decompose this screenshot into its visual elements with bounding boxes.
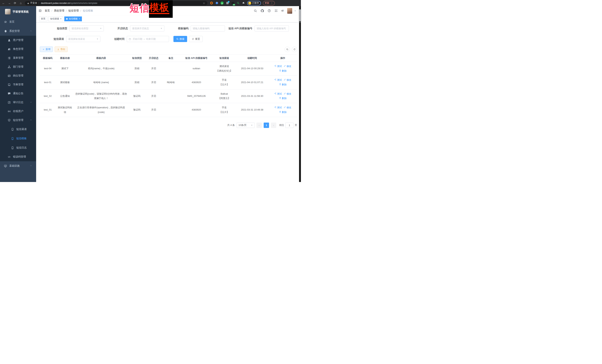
sidebar-item-13[interactable]: 短信模板 bbox=[0, 134, 36, 143]
api-id-input[interactable] bbox=[255, 25, 289, 31]
sidebar-item-9[interactable]: 审计日志 bbox=[0, 98, 36, 107]
user-avatar[interactable] bbox=[287, 8, 292, 14]
operations-cell: 测试修改删除 bbox=[268, 89, 297, 103]
share-icon bbox=[274, 78, 277, 82]
page-scrollbar[interactable] bbox=[299, 6, 301, 182]
toggle-search-button[interactable] bbox=[285, 47, 290, 52]
cell: suibian bbox=[180, 62, 213, 75]
font-size-icon[interactable]: tT bbox=[281, 9, 284, 12]
share-icon bbox=[274, 64, 277, 69]
orange-ring-extension-icon[interactable] bbox=[210, 1, 213, 5]
address-bar[interactable]: ▲ 不安全 dashboard.yudao.iocoder.cn /system… bbox=[25, 1, 207, 5]
tab-0[interactable]: 首页 bbox=[39, 16, 47, 21]
cell: 开启 bbox=[146, 75, 161, 89]
current-page-button[interactable]: 1 bbox=[264, 123, 269, 128]
code-input[interactable] bbox=[191, 25, 225, 31]
url-path: /system/sms/sms-template bbox=[70, 2, 97, 4]
sidebar-item-8[interactable]: 通知公告 bbox=[0, 89, 36, 98]
collapse-sidebar-icon[interactable] bbox=[38, 9, 42, 13]
github-icon[interactable] bbox=[260, 9, 264, 13]
cell: test-04 bbox=[40, 62, 56, 75]
filter-create-time: 创建时间 开始日期 - 结束日期 bbox=[100, 36, 169, 42]
export-button[interactable]: 导出 bbox=[55, 46, 68, 52]
sidebar-item-12[interactable]: 短信渠道 bbox=[0, 125, 36, 134]
sidebar-item-6[interactable]: 岗位管理 bbox=[0, 71, 36, 80]
delete-link[interactable]: 删除 bbox=[279, 110, 287, 114]
browser-update-button[interactable]: 更新 ⋮ bbox=[263, 1, 275, 5]
browser-profile-chip[interactable]: ☺ 已暂停 bbox=[247, 1, 261, 5]
reset-button[interactable]: 重置 bbox=[189, 36, 203, 42]
test-link[interactable]: 测试 bbox=[274, 64, 282, 69]
sidebar-item-4[interactable]: 菜单管理 bbox=[0, 53, 36, 62]
search-button[interactable]: 搜索 bbox=[173, 36, 187, 42]
goto-label: 前往 bbox=[279, 124, 284, 127]
search-icon[interactable] bbox=[254, 9, 257, 12]
goto-page-input[interactable] bbox=[285, 123, 293, 128]
edit-link[interactable]: 修改 bbox=[284, 78, 291, 82]
sidebar-item-16[interactable]: 基础设施 bbox=[0, 161, 36, 170]
home-icon[interactable]: ⌂ bbox=[19, 1, 22, 5]
tab-2[interactable]: 短信模板× bbox=[64, 16, 82, 21]
sidebar-item-label: 基础设施 bbox=[9, 164, 20, 167]
list-extension-icon[interactable]: on bbox=[231, 1, 234, 5]
page-size-select[interactable]: 10条/页 ▼ bbox=[236, 123, 255, 128]
add-button[interactable]: ＋ 新增 bbox=[40, 46, 53, 52]
sidebar-item-2[interactable]: 用户管理 bbox=[0, 36, 36, 45]
edit-link[interactable]: 修改 bbox=[284, 64, 291, 69]
sidebar-item-5[interactable]: 部门管理 bbox=[0, 62, 36, 71]
edit-link[interactable]: 修改 bbox=[284, 92, 291, 96]
sidebar-item-7[interactable]: 字典管理 bbox=[0, 80, 36, 89]
chevron-down-icon: ▼ bbox=[97, 38, 98, 40]
breadcrumb-item-1[interactable]: 系统管理 bbox=[54, 9, 64, 12]
grid-extension-icon[interactable] bbox=[226, 1, 229, 5]
test-link[interactable]: 测试 bbox=[274, 78, 282, 82]
forward-icon[interactable]: → bbox=[8, 1, 11, 5]
blue-gem-extension-icon[interactable] bbox=[215, 1, 218, 5]
edit-link[interactable]: 修改 bbox=[284, 105, 291, 110]
test-link[interactable]: 测试 bbox=[274, 105, 282, 110]
browser-menu-icon[interactable]: ⋮ bbox=[270, 2, 273, 4]
delete-link[interactable]: 删除 bbox=[279, 96, 287, 101]
sidebar-item-label: 错误码管理 bbox=[13, 155, 26, 158]
prev-page-button[interactable]: ‹ bbox=[257, 123, 262, 128]
chevron-down-icon bbox=[30, 101, 32, 104]
refresh-button[interactable] bbox=[292, 47, 297, 52]
download-icon bbox=[57, 48, 59, 51]
tab-label: 短信渠道 bbox=[50, 17, 59, 20]
avatar-caret-icon[interactable]: ▼ bbox=[294, 10, 296, 12]
sidebar-item-3[interactable]: 角色管理 bbox=[0, 45, 36, 53]
breadcrumb-item-0[interactable]: 首页 bbox=[45, 9, 50, 12]
puzzle-extension-icon[interactable] bbox=[242, 1, 245, 5]
magnifier-extension-icon[interactable] bbox=[236, 1, 240, 5]
help-icon[interactable] bbox=[268, 9, 271, 12]
test-link[interactable]: 测试 bbox=[274, 92, 282, 96]
sms-type-label: 短信类型 bbox=[40, 27, 69, 30]
sidebar-item-0[interactable]: 首页 bbox=[0, 17, 36, 26]
sms-type-select[interactable]: 请选择短信类型 ▼ bbox=[69, 25, 104, 31]
sidebar-item-1[interactable]: 系统管理 bbox=[0, 26, 36, 36]
cell: 公告通知 bbox=[56, 89, 74, 103]
back-icon[interactable]: ← bbox=[2, 1, 5, 5]
bookmark-star-icon[interactable]: ☆ bbox=[203, 2, 205, 5]
y-extension-icon[interactable]: y bbox=[220, 1, 224, 5]
delete-link[interactable]: 删除 bbox=[279, 69, 287, 73]
breadcrumb-item-2[interactable]: 短信管理 bbox=[68, 9, 79, 12]
sidebar-item-10[interactable]: 在线用户 bbox=[0, 107, 36, 116]
sidebar-item-14[interactable]: 短信日志 bbox=[0, 143, 36, 152]
reload-icon[interactable]: ⟳ bbox=[13, 1, 17, 5]
content: 短信类型 请选择短信类型 ▼ 开启状态 请选择开启状态 ▼ bbox=[36, 22, 301, 182]
sidebar-item-15[interactable]: 错误码管理 bbox=[0, 152, 36, 161]
next-page-button[interactable]: › bbox=[271, 123, 276, 128]
delete-link[interactable]: 删除 bbox=[279, 82, 287, 87]
operations-cell: 测试修改删除 bbox=[268, 75, 297, 89]
close-tab-icon[interactable]: × bbox=[60, 18, 61, 20]
date-range-picker[interactable]: 开始日期 - 结束日期 bbox=[127, 36, 169, 42]
status-select[interactable]: 请选择开启状态 ▼ bbox=[130, 25, 164, 31]
logo-row[interactable]: 芋道管理系统 bbox=[0, 6, 36, 17]
cell: 营销 bbox=[128, 62, 146, 75]
tab-1[interactable]: 短信渠道× bbox=[48, 16, 63, 21]
fullscreen-icon[interactable] bbox=[274, 9, 278, 12]
channel-select[interactable]: 请选择短信渠道 ▼ bbox=[66, 36, 100, 42]
close-tab-icon[interactable]: × bbox=[79, 18, 80, 20]
sidebar-item-11[interactable]: 短信管理 bbox=[0, 116, 36, 125]
